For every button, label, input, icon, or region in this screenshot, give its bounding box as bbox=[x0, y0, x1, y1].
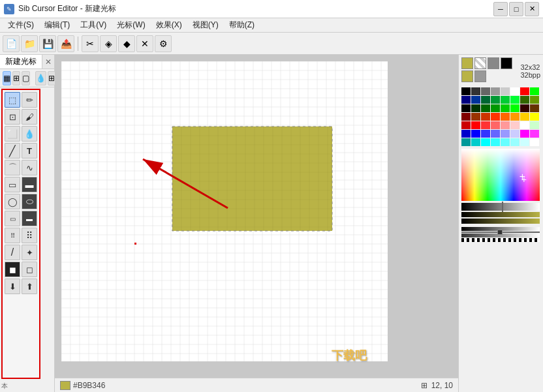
import-tool[interactable]: ⬇ bbox=[5, 279, 20, 294]
brush2-tool[interactable]: / bbox=[5, 245, 20, 260]
new-toolbar-button[interactable]: 📄 bbox=[3, 35, 20, 52]
palette-swatch[interactable] bbox=[481, 113, 490, 121]
color-swatch-gray[interactable] bbox=[488, 57, 499, 69]
palette-swatch[interactable] bbox=[491, 96, 500, 104]
palette-swatch[interactable] bbox=[501, 87, 510, 95]
palette-swatch[interactable] bbox=[491, 113, 500, 121]
palette-swatch[interactable] bbox=[461, 113, 471, 121]
canvas-a-tool[interactable]: ◼ bbox=[5, 262, 20, 277]
palette-swatch[interactable] bbox=[461, 138, 471, 146]
canvas-scroll[interactable]: 下载吧 bbox=[55, 55, 458, 378]
minimize-button[interactable]: ─ bbox=[493, 2, 508, 16]
palette-swatch[interactable] bbox=[481, 96, 490, 104]
palette-swatch[interactable] bbox=[491, 104, 500, 112]
palette-swatch[interactable] bbox=[461, 96, 471, 104]
palette-swatch[interactable] bbox=[501, 104, 510, 112]
palette-swatch[interactable] bbox=[530, 130, 539, 138]
gray-gradient[interactable] bbox=[461, 203, 540, 211]
rect-outline-tool[interactable]: ▭ bbox=[5, 177, 20, 192]
palette-swatch[interactable] bbox=[530, 113, 539, 121]
effect-tool[interactable]: ✦ bbox=[22, 245, 37, 260]
open-toolbar-button[interactable]: 📁 bbox=[21, 35, 38, 52]
palette-swatch[interactable] bbox=[501, 113, 510, 121]
menu-item-x[interactable]: 效果(X) bbox=[151, 18, 187, 32]
palette-swatch[interactable] bbox=[520, 130, 529, 138]
palette-swatch[interactable] bbox=[481, 87, 490, 95]
ellipse-outline-tool[interactable]: ◯ bbox=[5, 194, 20, 209]
bw-slider[interactable] bbox=[461, 232, 540, 233]
palette-swatch[interactable] bbox=[481, 138, 490, 146]
fill-select-tool[interactable]: ⊡ bbox=[5, 109, 20, 125]
menu-item-s[interactable]: 文件(S) bbox=[3, 18, 39, 32]
dots-large-tool[interactable]: ⠿ bbox=[22, 228, 37, 243]
close-button[interactable]: ✕ bbox=[525, 2, 539, 16]
menu-item-t[interactable]: 编辑(T) bbox=[39, 18, 75, 32]
palette-swatch[interactable] bbox=[461, 130, 471, 138]
menu-item-z[interactable]: 帮助(Z) bbox=[224, 18, 260, 32]
color-bar-2[interactable] bbox=[461, 219, 540, 224]
palette-swatch[interactable] bbox=[471, 104, 480, 112]
palette-swatch[interactable] bbox=[520, 87, 529, 95]
view-grid-button[interactable]: ▦ bbox=[3, 71, 11, 85]
pencil-tool[interactable]: ✏ bbox=[22, 92, 37, 108]
rect-fill-tool[interactable]: ▬ bbox=[22, 177, 37, 192]
drop-color-button[interactable]: 💧 bbox=[35, 71, 46, 85]
palette-swatch[interactable] bbox=[510, 96, 520, 104]
palette-swatch[interactable] bbox=[520, 121, 529, 129]
palette-swatch[interactable] bbox=[471, 113, 480, 121]
palette-swatch[interactable] bbox=[520, 104, 529, 112]
copy-toolbar-button[interactable]: ◈ bbox=[100, 35, 117, 52]
color-swatch-gray2[interactable] bbox=[474, 70, 486, 82]
palette-swatch[interactable] bbox=[530, 87, 539, 95]
export-toolbar-button[interactable]: 📤 bbox=[57, 35, 74, 52]
palette-swatch[interactable] bbox=[471, 130, 480, 138]
maximize-button[interactable]: □ bbox=[509, 2, 523, 16]
ellipse-fill-tool[interactable]: ⬭ bbox=[22, 194, 37, 209]
dropper-tool[interactable]: 💧 bbox=[22, 126, 37, 142]
color-bar-1[interactable] bbox=[461, 212, 540, 217]
palette-swatch[interactable] bbox=[520, 113, 529, 121]
palette-swatch[interactable] bbox=[471, 96, 480, 104]
palette-swatch[interactable] bbox=[520, 96, 529, 104]
line-tool[interactable]: ╱ bbox=[5, 143, 20, 158]
paste-toolbar-button[interactable]: ◆ bbox=[118, 35, 135, 52]
color-swatch-transparent[interactable] bbox=[474, 57, 486, 69]
view-actual-button[interactable]: ⊞ bbox=[12, 71, 20, 85]
color-swatch-black[interactable] bbox=[501, 57, 512, 69]
palette-swatch[interactable] bbox=[461, 121, 471, 129]
menu-item-v[interactable]: 工具(V) bbox=[75, 18, 112, 32]
cut-toolbar-button[interactable]: ✂ bbox=[82, 35, 99, 52]
drawing-canvas[interactable] bbox=[61, 61, 388, 361]
palette-swatch[interactable] bbox=[471, 121, 480, 129]
palette-swatch[interactable] bbox=[491, 121, 500, 129]
rounded-rect-outline-tool[interactable]: ▭ bbox=[5, 211, 20, 226]
palette-swatch[interactable] bbox=[461, 104, 471, 112]
palette-swatch[interactable] bbox=[481, 104, 490, 112]
palette-swatch[interactable] bbox=[481, 121, 490, 129]
dots-small-tool[interactable]: ⠿ bbox=[5, 228, 20, 243]
color-swatch-preview1[interactable] bbox=[461, 57, 473, 69]
delete-toolbar-button[interactable]: ✕ bbox=[136, 35, 153, 52]
text-tool[interactable]: T bbox=[22, 143, 37, 158]
color-swatch-yellow[interactable] bbox=[461, 70, 473, 82]
bezier-tool[interactable]: ∿ bbox=[22, 160, 37, 175]
palette-swatch[interactable] bbox=[501, 121, 510, 129]
rounded-rect-fill-tool[interactable]: ▬ bbox=[22, 211, 37, 226]
palette-swatch[interactable] bbox=[471, 138, 480, 146]
curve-tool[interactable]: ⌒ bbox=[5, 160, 20, 175]
brush-tool[interactable]: 🖌 bbox=[22, 109, 37, 125]
palette-swatch[interactable] bbox=[491, 130, 500, 138]
view-transparent-button[interactable]: ▢ bbox=[22, 71, 30, 85]
palette-swatch[interactable] bbox=[520, 138, 529, 146]
canvas-area[interactable]: 下载吧 #B9B346 ⊞ 12, 10 bbox=[55, 55, 458, 392]
palette-swatch[interactable] bbox=[530, 96, 539, 104]
palette-swatch[interactable] bbox=[491, 138, 500, 146]
palette-swatch[interactable] bbox=[510, 104, 520, 112]
palette-swatch[interactable] bbox=[530, 138, 539, 146]
palette-swatch[interactable] bbox=[481, 130, 490, 138]
palette-swatch[interactable] bbox=[530, 121, 539, 129]
palette-swatch[interactable] bbox=[501, 96, 510, 104]
export2-tool[interactable]: ⬆ bbox=[22, 279, 37, 294]
palette-swatch[interactable] bbox=[471, 87, 480, 95]
palette-swatch[interactable] bbox=[530, 104, 539, 112]
